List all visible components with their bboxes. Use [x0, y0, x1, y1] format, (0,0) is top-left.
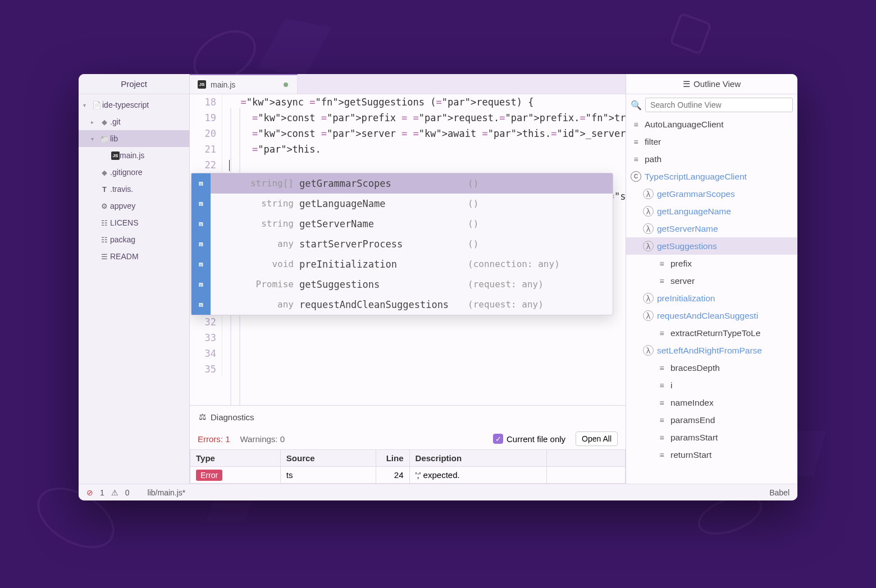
diagnostics-table: TypeSourceLineDescription Errorts24';' e…: [190, 449, 626, 484]
autocomplete-item[interactable]: manystartServerProcess(): [191, 234, 613, 254]
var-icon: [656, 258, 667, 269]
fn-icon: [643, 189, 654, 199]
warnings-count: Warnings: 0: [240, 434, 285, 444]
outline-list[interactable]: AutoLanguageClientfilterpathTypeScriptLa…: [626, 116, 797, 484]
outline-title: Outline View: [694, 79, 741, 89]
tree-item[interactable]: READM: [79, 248, 189, 265]
status-errors: 1: [100, 488, 104, 497]
search-icon: 🔍: [631, 100, 642, 111]
var-icon: [631, 119, 641, 130]
current-file-only-checkbox[interactable]: ✓ Current file only: [493, 434, 565, 444]
var-icon: [656, 362, 667, 373]
outline-item[interactable]: path: [626, 150, 797, 168]
error-icon[interactable]: ⊘: [86, 488, 93, 497]
tree-item[interactable]: ▾ide-typescript: [79, 97, 189, 113]
diagnostics-title: Diagnostics: [211, 412, 254, 422]
outline-item[interactable]: getSuggestions: [626, 237, 797, 255]
autocomplete-item[interactable]: mstring[]getGrammarScopes(): [191, 173, 613, 194]
tree-item[interactable]: .gitignore: [79, 164, 189, 181]
autocomplete-item[interactable]: mvoidpreInitialization(connection: any): [191, 254, 613, 274]
tree-item[interactable]: packag: [79, 231, 189, 248]
editor-column: JS main.js 18192021222324252627282930313…: [190, 74, 626, 484]
outline-item[interactable]: requestAndCleanSuggesti: [626, 307, 797, 324]
var-icon: [656, 380, 667, 391]
var-icon: [656, 397, 667, 408]
outline-search-input[interactable]: [645, 98, 793, 112]
var-icon: [631, 136, 641, 147]
tab-main-js[interactable]: JS main.js: [190, 74, 298, 94]
errors-count: Errors: 1: [198, 434, 230, 444]
list-icon: ☰: [683, 79, 690, 89]
var-icon: [656, 275, 667, 286]
outline-item[interactable]: filter: [626, 133, 797, 150]
outline-item[interactable]: setLeftAndRightFromParse: [626, 342, 797, 359]
autocomplete-popup[interactable]: mstring[]getGrammarScopes()mstringgetLan…: [191, 173, 613, 315]
diagnostics-panel: ⚖ Diagnostics Errors: 1 Warnings: 0 ✓ Cu…: [190, 405, 626, 484]
outline-item[interactable]: paramsEnd: [626, 411, 797, 429]
tree-item[interactable]: .travis.: [79, 181, 189, 197]
outline-item[interactable]: bracesDepth: [626, 359, 797, 376]
outline-item[interactable]: AutoLanguageClient: [626, 116, 797, 133]
autocomplete-item[interactable]: mstringgetLanguageName(): [191, 194, 613, 214]
fn-icon: [643, 223, 654, 234]
cls-icon: [631, 171, 641, 182]
tab-label: main.js: [211, 80, 235, 89]
outline-item[interactable]: returnStart: [626, 446, 797, 463]
var-icon: [656, 432, 667, 443]
scales-icon: ⚖: [199, 412, 206, 422]
status-language[interactable]: Babel: [769, 488, 790, 497]
outline-item[interactable]: paramsStart: [626, 429, 797, 446]
var-icon: [631, 154, 641, 164]
outline-item[interactable]: extractReturnTypeToLe: [626, 324, 797, 342]
editor-window: Project ▾ide-typescript▸.git▾libJSmain.j…: [79, 74, 797, 500]
outline-item[interactable]: getGrammarScopes: [626, 185, 797, 203]
autocomplete-item[interactable]: mstringgetServerName(): [191, 214, 613, 234]
tree-item[interactable]: ▸.git: [79, 113, 189, 130]
fn-icon: [643, 206, 654, 217]
outline-item[interactable]: preInitialization: [626, 290, 797, 307]
fn-icon: [643, 241, 654, 251]
var-icon: [656, 415, 667, 425]
project-tree[interactable]: ▾ide-typescript▸.git▾libJSmain.js.gitign…: [79, 94, 189, 265]
outline-item[interactable]: prefix: [626, 255, 797, 272]
status-path: lib/main.js*: [148, 488, 186, 497]
code-lines[interactable]: ="kw">async ="fn">getSuggestions (="par"…: [229, 94, 626, 236]
project-panel: Project ▾ide-typescript▸.git▾libJSmain.j…: [79, 74, 190, 484]
tree-item[interactable]: LICENS: [79, 214, 189, 231]
tree-item[interactable]: JSmain.js: [79, 147, 189, 164]
fn-icon: [643, 345, 654, 356]
status-warnings: 0: [125, 488, 130, 497]
open-all-button[interactable]: Open All: [576, 431, 618, 446]
tab-bar: JS main.js: [190, 74, 626, 94]
outline-item[interactable]: server: [626, 272, 797, 290]
outline-item[interactable]: getServerName: [626, 220, 797, 237]
project-title: Project: [79, 74, 189, 94]
status-bar: ⊘ 1 ⚠ 0 lib/main.js* Babel: [79, 484, 797, 500]
outline-item[interactable]: i: [626, 376, 797, 394]
var-icon: [656, 328, 667, 338]
autocomplete-item[interactable]: mPromisegetSuggestions(request: any): [191, 274, 613, 295]
autocomplete-item[interactable]: manyrequestAndCleanSuggestions(request: …: [191, 295, 613, 315]
js-icon: JS: [198, 80, 206, 89]
outline-item[interactable]: getLanguageName: [626, 203, 797, 220]
diagnostic-row[interactable]: Errorts24';' expected.: [190, 467, 626, 484]
warning-icon[interactable]: ⚠: [111, 488, 118, 497]
outline-item[interactable]: TypeScriptLanguageClient: [626, 168, 797, 185]
outline-item[interactable]: nameIndex: [626, 394, 797, 411]
fn-icon: [643, 310, 654, 321]
dirty-dot-icon: [284, 82, 288, 87]
fn-icon: [643, 293, 654, 304]
outline-panel: ☰ Outline View 🔍 AutoLanguageClientfilte…: [626, 74, 797, 484]
tree-item[interactable]: ▾lib: [79, 130, 189, 147]
var-icon: [656, 449, 667, 460]
code-editor[interactable]: 181920212223242526272829303132333435 ="k…: [190, 94, 626, 405]
tree-item[interactable]: appvey: [79, 197, 189, 214]
check-icon: ✓: [493, 434, 503, 444]
main-area: Project ▾ide-typescript▸.git▾libJSmain.j…: [79, 74, 797, 484]
